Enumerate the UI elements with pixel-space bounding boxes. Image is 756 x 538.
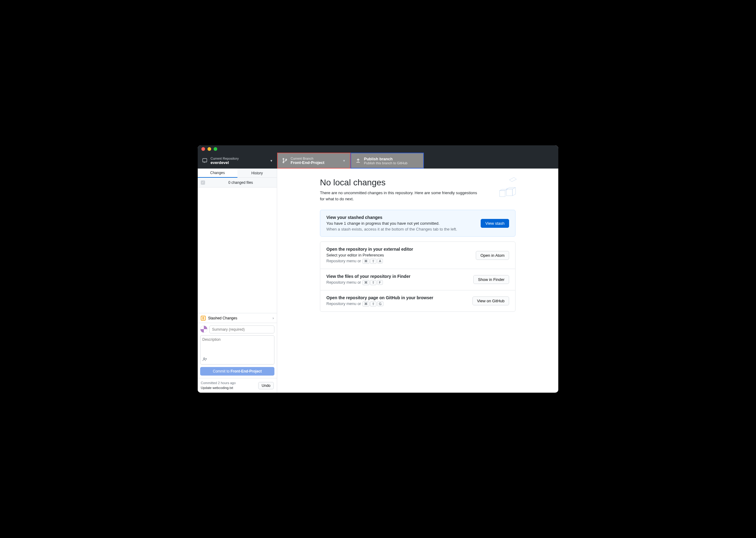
svg-point-5 bbox=[286, 159, 287, 160]
svg-rect-11 bbox=[500, 190, 505, 197]
stash-icon bbox=[201, 316, 206, 321]
svg-point-7 bbox=[204, 358, 205, 359]
upload-icon bbox=[355, 158, 361, 163]
commit-form: Commit to Front-End-Project bbox=[198, 323, 277, 378]
editor-card: Open the repository in your external edi… bbox=[320, 242, 515, 269]
fullscreen-window-button[interactable] bbox=[214, 147, 217, 151]
last-commit-time: Committed 2 hours ago bbox=[201, 381, 256, 385]
repo-icon bbox=[202, 158, 208, 163]
repo-label: Current Repository bbox=[211, 157, 270, 160]
current-branch-dropdown[interactable]: Current Branch Front-End-Project ▼ bbox=[277, 153, 350, 169]
tab-changes[interactable]: Changes bbox=[198, 169, 237, 178]
show-in-finder-button[interactable]: Show in Finder bbox=[473, 275, 509, 284]
repo-name: everdevel bbox=[211, 160, 270, 165]
avatar bbox=[200, 326, 208, 333]
view-stash-button[interactable]: View stash bbox=[481, 219, 509, 228]
last-commit-message: Update webcoding.txt bbox=[201, 386, 256, 390]
svg-rect-10 bbox=[506, 189, 512, 196]
chevron-down-icon: ▼ bbox=[270, 159, 273, 162]
commit-description-input[interactable] bbox=[202, 337, 272, 357]
commit-button[interactable]: Commit to Front-End-Project bbox=[200, 367, 275, 376]
github-card: Open the repository page on GitHub in yo… bbox=[320, 291, 515, 311]
changed-files-header: ✓ 0 changed files bbox=[198, 178, 277, 188]
github-card-title: Open the repository page on GitHub in yo… bbox=[326, 295, 468, 300]
sidebar: Changes History ✓ 0 changed files Stashe… bbox=[198, 169, 277, 393]
preferences-link[interactable]: Preferences bbox=[363, 253, 384, 257]
publish-sub: Publish this branch to GitHub bbox=[364, 161, 419, 165]
github-card-hint: Repository menu or ⌘⇧G bbox=[326, 301, 468, 306]
boxes-illustration bbox=[494, 175, 519, 200]
finder-card-hint: Repository menu or ⌘⇧F bbox=[326, 280, 469, 285]
add-coauthor-button[interactable] bbox=[202, 357, 272, 362]
close-window-button[interactable] bbox=[201, 147, 205, 151]
page-title: No local changes bbox=[320, 178, 516, 188]
changed-files-count: 0 changed files bbox=[208, 181, 274, 185]
person-add-icon bbox=[202, 357, 207, 361]
undo-button[interactable]: Undo bbox=[258, 382, 274, 389]
last-commit-row: Committed 2 hours ago Update webcoding.t… bbox=[198, 378, 277, 393]
svg-point-3 bbox=[283, 158, 284, 160]
svg-point-4 bbox=[283, 162, 284, 163]
stash-card-title: View your stashed changes bbox=[326, 215, 476, 220]
commit-summary-input[interactable] bbox=[209, 326, 275, 333]
branch-name: Front-End-Project bbox=[290, 160, 343, 165]
publish-title: Publish branch bbox=[364, 157, 419, 161]
svg-rect-0 bbox=[203, 158, 207, 162]
current-repository-dropdown[interactable]: Current Repository everdevel ▼ bbox=[198, 153, 277, 169]
stashed-label: Stashed Changes bbox=[208, 316, 237, 320]
minimize-window-button[interactable] bbox=[208, 147, 211, 151]
app-window: Current Repository everdevel ▼ Current B… bbox=[198, 145, 558, 393]
chevron-down-icon: ▼ bbox=[343, 159, 346, 162]
sidebar-tabs: Changes History bbox=[198, 169, 277, 178]
select-all-checkbox[interactable]: ✓ bbox=[201, 181, 205, 185]
main-panel: No local changes There are no uncommitte… bbox=[277, 169, 558, 393]
stash-card-line: You have 1 change in progress that you h… bbox=[326, 221, 476, 226]
finder-card-title: View the files of your repository in Fin… bbox=[326, 274, 469, 279]
titlebar bbox=[198, 145, 558, 153]
branch-label: Current Branch bbox=[290, 157, 343, 160]
editor-card-hint: Repository menu or ⌘⇧A bbox=[326, 259, 471, 264]
toolbar: Current Repository everdevel ▼ Current B… bbox=[198, 153, 558, 169]
file-list bbox=[198, 188, 277, 313]
stashed-changes-row[interactable]: Stashed Changes › bbox=[198, 313, 277, 323]
branch-icon bbox=[282, 158, 287, 163]
chevron-right-icon: › bbox=[273, 316, 274, 320]
open-in-atom-button[interactable]: Open in Atom bbox=[476, 251, 509, 260]
stash-card-hint: When a stash exists, access it at the bo… bbox=[326, 227, 476, 232]
finder-card: View the files of your repository in Fin… bbox=[320, 269, 515, 291]
tab-history[interactable]: History bbox=[237, 169, 277, 178]
view-on-github-button[interactable]: View on GitHub bbox=[472, 296, 509, 305]
publish-branch-button[interactable]: Publish branch Publish this branch to Gi… bbox=[350, 153, 424, 169]
editor-card-title: Open the repository in your external edi… bbox=[326, 247, 471, 251]
page-subtitle: There are no uncommitted changes in this… bbox=[320, 190, 482, 202]
stash-card: View your stashed changes You have 1 cha… bbox=[320, 210, 516, 237]
